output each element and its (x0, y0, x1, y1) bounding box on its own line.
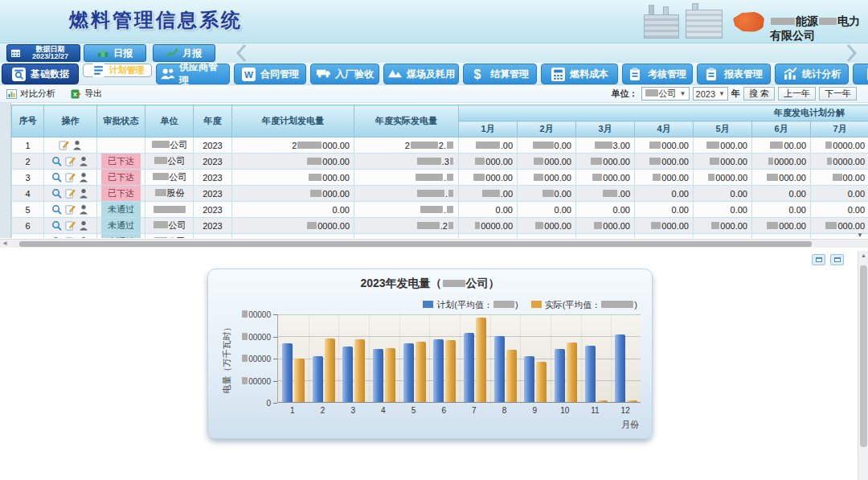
export-button[interactable]: X 导出 (71, 88, 102, 100)
tab-煤场及耗用[interactable]: 煤场及耗用 (383, 64, 459, 84)
search-button[interactable]: 搜 索 (743, 87, 775, 101)
user-action-icon[interactable] (79, 236, 89, 238)
chevron-down-icon: ▼ (680, 90, 686, 97)
horizontal-scrollbar-thumb[interactable] (19, 241, 812, 247)
month-value-cell: 0.00 (518, 202, 576, 218)
actual-bar-month-3 (354, 339, 365, 402)
horizontal-scrollbar[interactable]: ◄ (0, 239, 868, 248)
vertical-gridline (309, 314, 309, 402)
edit-action-icon[interactable] (65, 204, 76, 215)
operations-cell (44, 186, 97, 202)
prev-year-button[interactable]: 上一年 (778, 87, 816, 101)
scroll-right-icon[interactable] (841, 42, 862, 64)
edit-action-icon[interactable] (65, 220, 76, 231)
tab-入厂验收[interactable]: 入厂验收 (310, 64, 379, 84)
search-action-icon[interactable] (51, 172, 62, 183)
redacted-text (420, 206, 443, 213)
tab-合同管理[interactable]: W合同管理 (234, 64, 306, 84)
calculator-icon (551, 67, 566, 82)
next-year-button[interactable]: 下一年 (819, 87, 857, 101)
unit-filter-label: 单位： (612, 88, 638, 100)
user-action-icon[interactable] (79, 204, 89, 215)
doc-w-icon: W (241, 67, 256, 82)
scroll-left-icon[interactable] (231, 42, 252, 64)
users-icon (160, 67, 175, 82)
redacted-text (542, 190, 554, 197)
x-tick-label: 5 (399, 406, 429, 415)
vertical-scrollbar-thumb[interactable] (860, 265, 867, 447)
tab-供应商管理[interactable]: 供应商管理 (156, 64, 230, 84)
redacted-text (242, 333, 248, 340)
tab-考核管理[interactable]: 考核管理 (622, 64, 693, 84)
operations-cell (44, 137, 97, 154)
month-value-cell: 0.00 (811, 202, 868, 218)
search-action-icon[interactable] (51, 188, 62, 199)
tab-label: 燃料成本 (570, 68, 608, 81)
scrollbar-up-arrow-icon[interactable]: ▲ (861, 252, 866, 258)
search-action-icon[interactable] (51, 220, 62, 231)
operations-cell (44, 170, 97, 186)
vertical-scrollbar[interactable]: ▲ (858, 251, 868, 480)
user-action-icon[interactable] (79, 156, 89, 166)
month-value-cell: 000.00 (694, 234, 752, 239)
actual-bar-month-5 (416, 342, 426, 402)
table-scroll-down-icon[interactable]: ▼ (857, 232, 863, 239)
tab-结算管理[interactable]: $结算管理 (463, 64, 537, 84)
edit-action-icon[interactable] (65, 156, 76, 166)
y-tick-label: 00000 (208, 377, 271, 386)
tab-文[interactable]: 文 (853, 64, 868, 84)
table-row: 2已下达公司2023000.00.3000.00000.00000.00000.… (12, 154, 868, 170)
user-action-icon[interactable] (79, 172, 89, 183)
plan-bar-month-11 (585, 346, 596, 402)
user-action-icon[interactable] (79, 220, 89, 231)
tab-燃料成本[interactable]: 燃料成本 (541, 64, 618, 84)
table-row: 6未通过公司20230000.00.20000.00000.00000.0000… (12, 218, 868, 234)
daily-report-button[interactable]: 日报 (84, 44, 146, 62)
user-action-icon[interactable] (79, 188, 89, 199)
column-header: 审批状态 (97, 105, 145, 137)
x-tick-label: 9 (519, 406, 550, 415)
data-date-button[interactable]: 数据日期 2023/12/27 (6, 44, 80, 62)
monthly-report-button[interactable]: 月报 (153, 44, 215, 62)
unit-select[interactable]: 公司 ▼ (641, 87, 690, 101)
edit-action-icon[interactable] (65, 172, 76, 183)
vertical-gridline (460, 314, 461, 402)
tab-报表管理[interactable]: 报表管理 (697, 64, 771, 84)
tab-基础数据[interactable]: 基础数据 (2, 64, 79, 84)
truck-icon (316, 67, 331, 82)
month-value-cell: 0.00 (694, 202, 752, 218)
tab-统计分析[interactable]: 统计分析 (775, 64, 849, 84)
month-value-cell: 0.00 (752, 186, 811, 202)
annual-actual-cell: 22. (354, 137, 459, 154)
stats-icon (783, 67, 798, 82)
redacted-text (710, 158, 719, 165)
tab-计划管理[interactable]: 计划管理 (83, 64, 152, 77)
redacted-text (443, 280, 465, 287)
scrollbar-left-arrow-icon[interactable]: ◄ (2, 240, 8, 247)
approval-status-cell: 未通过 (97, 234, 145, 239)
tab-label: 供应商管理 (179, 63, 226, 85)
user-action-icon[interactable] (72, 140, 83, 150)
chart-window-button[interactable] (812, 254, 825, 265)
unit-cell: 公司 (145, 234, 194, 239)
redacted-text (534, 158, 543, 165)
row-number-cell: 7 (12, 234, 44, 239)
month-value-cell: 000.00 (752, 218, 811, 234)
vertical-gridline (611, 314, 612, 402)
year-select[interactable]: 2023 ▼ (693, 87, 728, 101)
compare-analysis-button[interactable]: 对比分析 (6, 88, 55, 100)
search-action-icon[interactable] (51, 236, 62, 238)
month-value-cell: 000.00 (518, 154, 576, 170)
edit-action-icon[interactable] (65, 188, 76, 199)
month-value-cell: 000.00 (635, 234, 694, 239)
month-value-cell: 000.00 (694, 154, 752, 170)
y-tick-label: 00000 (208, 355, 271, 363)
search-action-icon[interactable] (51, 204, 62, 215)
approval-status-cell (97, 137, 145, 154)
chart-popout-button[interactable] (830, 254, 844, 265)
search-action-icon[interactable] (51, 156, 62, 166)
month-value-cell: 0.00 (811, 186, 868, 202)
edit-action-icon[interactable] (65, 236, 76, 238)
month-value-cell: 0.00 (752, 202, 811, 218)
edit-action-icon[interactable] (59, 140, 69, 150)
